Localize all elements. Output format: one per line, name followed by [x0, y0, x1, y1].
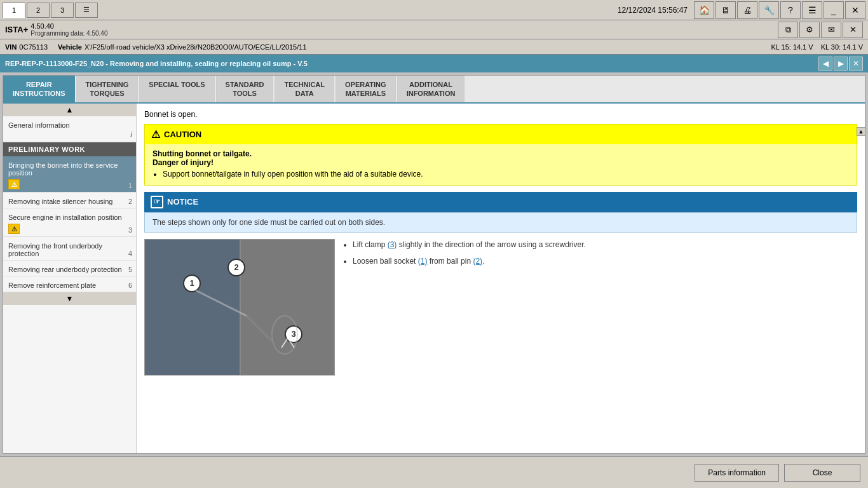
- kl30-info: KL 30: 14.1 V: [821, 43, 863, 51]
- step-image-svg: [145, 240, 335, 376]
- warning-badge-1: ⚠: [8, 179, 20, 189]
- nav-next-btn[interactable]: ▶: [834, 57, 848, 71]
- vin-value: 0C75113: [19, 43, 48, 51]
- danger-label: Danger of injury!: [153, 158, 849, 167]
- svg-line-1: [247, 316, 272, 341]
- tab-repair-instructions[interactable]: REPAIRINSTRUCTIONS: [3, 76, 75, 102]
- tab-3[interactable]: 3: [51, 3, 74, 18]
- item-number-1: 1: [128, 182, 132, 189]
- item-number-6: 6: [128, 281, 132, 289]
- preliminary-work-header: PRELIMINARY WORK: [3, 142, 136, 156]
- content-area: ▲ General information i PRELIMINARY WORK…: [3, 104, 865, 453]
- app-name: ISTA+: [5, 25, 28, 34]
- left-item-secure-engine[interactable]: Secure engine in installation position ⚠…: [3, 208, 136, 237]
- vehicle-value: X'/F25/off-road vehicle/X3 xDrive28i/N20…: [85, 43, 307, 51]
- link-ref-2[interactable]: (2): [473, 257, 482, 266]
- step-content: 1 2 3: [144, 239, 857, 376]
- left-item-front-underbody-label: Removing the front underbody protection: [8, 242, 131, 257]
- caution-header: ⚠ CAUTION: [145, 125, 857, 144]
- close-titlebar-btn[interactable]: ✕: [845, 1, 865, 19]
- app-version: 4.50.40: [31, 22, 107, 30]
- home-icon-btn[interactable]: 🏠: [694, 1, 714, 19]
- list-icon-btn[interactable]: ☰: [802, 1, 822, 19]
- notice-body: The steps shown only for one side must b…: [144, 212, 857, 233]
- link-ref-3[interactable]: (3): [388, 240, 397, 249]
- left-item-intake-label: Removing intake silencer housing: [8, 198, 131, 205]
- svg-point-2: [272, 316, 297, 354]
- svg-line-0: [196, 290, 247, 316]
- item-number-4: 4: [128, 250, 132, 257]
- print-icon-btn[interactable]: 🖨: [737, 1, 757, 19]
- notice-title: NOTICE: [167, 197, 198, 207]
- caution-title: CAUTION: [164, 130, 201, 139]
- bottombar: Parts information Close: [0, 456, 868, 488]
- step-instructions: Lift clamp (3) slightly in the direction…: [342, 239, 857, 376]
- caution-bullet-1: Support bonnet/tailgate in fully open po…: [163, 170, 849, 179]
- left-item-general-information[interactable]: General information i: [3, 116, 136, 142]
- left-item-bonnet-label: Bringing the bonnet into the service pos…: [8, 161, 131, 177]
- doc-title: REP-REP-P-1113000-F25_N20 - Removing and…: [5, 60, 817, 67]
- screen-icon-btn[interactable]: 🖥: [715, 1, 736, 19]
- link-ref-1[interactable]: (1): [418, 257, 428, 266]
- left-navigation: ▲ General information i PRELIMINARY WORK…: [3, 104, 137, 453]
- vin-label: VIN: [5, 43, 17, 51]
- tab-tightening-torques[interactable]: TIGHTENINGTORQUES: [76, 76, 139, 102]
- close-appbar-btn[interactable]: ✕: [843, 22, 863, 38]
- right-content-panel: ▲ Bonnet is open. ⚠ CAUTION Shutting bon…: [137, 104, 865, 453]
- docbar: REP-REP-P-1113000-F25_N20 - Removing and…: [0, 55, 868, 72]
- scroll-up-arrow[interactable]: ▲: [3, 104, 136, 116]
- left-item-reinforcement-plate[interactable]: Remove reinforcement plate 6: [3, 276, 136, 292]
- item-number-3: 3: [128, 226, 132, 234]
- copy-icon-btn[interactable]: ⧉: [778, 22, 798, 38]
- caution-box: ⚠ CAUTION Shutting bonnet or tailgate. D…: [144, 124, 857, 186]
- left-item-bonnet[interactable]: Bringing the bonnet into the service pos…: [3, 156, 136, 193]
- right-scroll-up-btn[interactable]: ▲: [857, 127, 865, 136]
- scroll-down-arrow[interactable]: ▼: [3, 292, 136, 305]
- left-item-reinforcement-label: Remove reinforcement plate: [8, 281, 131, 289]
- help-icon-btn[interactable]: ?: [780, 1, 801, 19]
- nav-prev-btn[interactable]: ◀: [818, 57, 832, 71]
- list-button[interactable]: ☰: [75, 3, 98, 18]
- step-image-placeholder: 1 2 3: [145, 240, 334, 375]
- tab-standard-tools[interactable]: STANDARDTOOLS: [216, 76, 274, 102]
- settings-icon-btn[interactable]: ⚙: [799, 22, 820, 38]
- left-item-secure-label: Secure engine in installation position: [8, 214, 131, 221]
- close-button[interactable]: Close: [784, 464, 860, 482]
- main-content: REPAIRINSTRUCTIONS TIGHTENINGTORQUES SPE…: [3, 75, 865, 454]
- vehicle-label: Vehicle: [58, 43, 82, 51]
- item-number-5: 5: [128, 266, 132, 273]
- info-badge: i: [130, 130, 132, 139]
- caution-subtitle: Shutting bonnet or tailgate.: [153, 149, 252, 158]
- prog-data: Programming data: 4.50.40: [31, 30, 107, 37]
- notice-icon: ☞: [151, 196, 163, 208]
- mail-icon-btn[interactable]: ✉: [821, 22, 841, 38]
- wrench-icon-btn[interactable]: 🔧: [759, 1, 779, 19]
- left-item-rear-underbody-label: Removing rear underbody protection: [8, 266, 131, 273]
- warning-badge-3: ⚠: [8, 224, 20, 234]
- parts-information-button[interactable]: Parts information: [695, 464, 779, 482]
- tab-2[interactable]: 2: [27, 3, 50, 18]
- tab-1[interactable]: 1: [3, 3, 25, 18]
- step-bullet-1: Lift clamp (3) slightly in the direction…: [353, 239, 857, 250]
- step-bullet-2: Loosen ball socket (1) from ball pin (2)…: [353, 255, 857, 267]
- datetime-display: 12/12/2024 15:56:47: [618, 6, 688, 15]
- notice-header: ☞ NOTICE: [144, 192, 857, 212]
- caution-triangle-icon: ⚠: [151, 128, 160, 140]
- titlebar: 1 2 3 ☰ 12/12/2024 15:56:47 🏠 🖥 🖨 🔧 ? ☰ …: [0, 0, 868, 20]
- tab-additional-information[interactable]: ADDITIONALINFORMATION: [397, 76, 465, 102]
- tab-operating-materials[interactable]: OPERATINGMATERIALS: [336, 76, 396, 102]
- caution-body: Shutting bonnet or tailgate. Danger of i…: [145, 144, 857, 185]
- appbar: ISTA+ 4.50.40 Programming data: 4.50.40 …: [0, 20, 868, 39]
- item-number-2: 2: [128, 198, 132, 205]
- vinbar: VIN 0C75113 Vehicle X'/F25/off-road vehi…: [0, 39, 868, 55]
- tab-special-tools[interactable]: SPECIAL TOOLS: [139, 76, 214, 102]
- left-item-intake-silencer[interactable]: Removing intake silencer housing 2: [3, 193, 136, 208]
- tab-technical-data[interactable]: TECHNICALDATA: [275, 76, 334, 102]
- tab-bar: REPAIRINSTRUCTIONS TIGHTENINGTORQUES SPE…: [3, 76, 865, 104]
- bonnet-open-text: Bonnet is open.: [144, 110, 857, 119]
- notice-box: ☞ NOTICE The steps shown only for one si…: [144, 192, 857, 233]
- left-item-front-underbody[interactable]: Removing the front underbody protection …: [3, 237, 136, 261]
- close-doc-btn[interactable]: ✕: [849, 57, 863, 71]
- minimize-icon-btn[interactable]: _: [824, 1, 844, 19]
- left-item-rear-underbody[interactable]: Removing rear underbody protection 5: [3, 261, 136, 276]
